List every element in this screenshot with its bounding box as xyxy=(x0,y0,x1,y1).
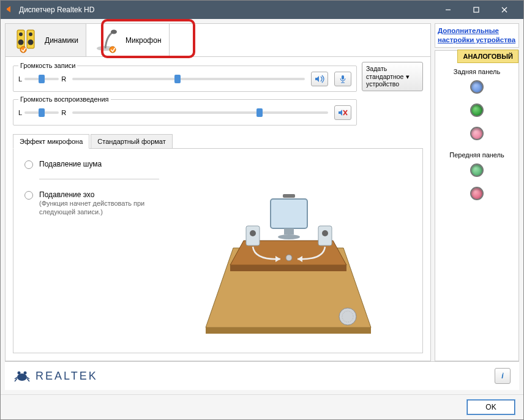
svg-point-36 xyxy=(24,372,27,375)
noise-suppression-option[interactable]: Подавление шума xyxy=(24,160,159,169)
svg-rect-1 xyxy=(474,7,479,12)
svg-rect-22 xyxy=(284,228,294,234)
sub-tabs: Эффект микрофона Стандартный формат xyxy=(13,134,423,149)
playback-balance-slider[interactable]: L R xyxy=(18,109,66,116)
content-area: Динамики Микрофон xyxy=(1,19,523,394)
info-button[interactable]: i xyxy=(495,368,511,384)
jack-rear-green[interactable] xyxy=(470,103,484,117)
echo-cancellation-option[interactable]: Подавление эхо (Функция начнет действова… xyxy=(24,190,159,216)
close-button[interactable] xyxy=(490,1,518,19)
svg-point-6 xyxy=(18,39,24,45)
tab-speakers-label: Динамики xyxy=(45,36,78,45)
jack-front-green[interactable] xyxy=(470,163,484,177)
svg-rect-14 xyxy=(342,75,344,80)
tab-microphone[interactable]: Микрофон xyxy=(86,24,169,56)
app-window: Диспетчер Realtek HD xyxy=(0,0,524,420)
svg-point-5 xyxy=(19,32,23,36)
jack-rear-pink[interactable] xyxy=(470,127,484,140)
app-icon xyxy=(6,5,15,15)
front-panel-label: Передняя панель xyxy=(439,151,515,159)
effects-panel: Подавление шума Подавление эхо (Функция … xyxy=(13,149,423,353)
recording-balance-slider[interactable]: L R xyxy=(18,75,66,83)
realtek-logo: REALTEK xyxy=(13,369,98,383)
connector-panel: АНАЛОГОВЫЙ Задняя панель Передняя панель xyxy=(435,50,519,361)
svg-point-26 xyxy=(250,230,256,236)
advanced-settings-box: Дополнительные настройки устройства xyxy=(435,23,519,48)
radio-icon xyxy=(24,191,33,200)
room-illustration xyxy=(165,160,411,342)
device-tabs: Динамики Микрофон xyxy=(6,24,430,57)
sidebar: Дополнительные настройки устройства АНАЛ… xyxy=(435,23,519,361)
separator xyxy=(39,179,159,179)
svg-point-9 xyxy=(28,39,34,45)
playback-volume-slider[interactable] xyxy=(72,111,328,114)
advanced-settings-link[interactable]: Дополнительные настройки устройства xyxy=(438,26,516,45)
tab-default-format[interactable]: Стандартный формат xyxy=(91,134,172,148)
set-default-device-button[interactable]: Задать стандартное устройство ▾ xyxy=(362,62,423,91)
minimize-button[interactable] xyxy=(434,1,462,19)
jack-front-pink[interactable] xyxy=(470,187,484,200)
svg-point-23 xyxy=(278,234,300,239)
svg-point-35 xyxy=(18,372,21,375)
realtek-logo-text: REALTEK xyxy=(36,370,98,383)
playback-volume-group: Громкость воспроизведения L R xyxy=(13,96,357,126)
titlebar: Диспетчер Realtek HD xyxy=(1,1,523,19)
playback-mute-button[interactable] xyxy=(334,105,351,120)
svg-point-29 xyxy=(286,255,292,261)
tab-microphone-label: Микрофон xyxy=(125,36,161,45)
rear-panel-label: Задняя панель xyxy=(439,68,515,75)
radio-icon xyxy=(24,160,33,169)
realtek-crab-icon xyxy=(13,369,31,383)
playback-test-button[interactable] xyxy=(311,72,328,86)
recording-volume-slider[interactable] xyxy=(72,78,305,80)
ok-button[interactable]: OK xyxy=(467,400,515,414)
microphone-icon xyxy=(94,26,122,54)
window-title: Диспетчер Realtek HD xyxy=(19,6,434,14)
jack-rear-blue[interactable] xyxy=(470,80,484,94)
playback-volume-label: Громкость воспроизведения xyxy=(18,96,111,103)
mic-mute-button[interactable] xyxy=(334,72,351,86)
svg-marker-18 xyxy=(206,328,371,334)
svg-point-34 xyxy=(17,373,27,381)
svg-marker-20 xyxy=(230,265,346,271)
svg-point-12 xyxy=(111,29,117,34)
maximize-button[interactable] xyxy=(462,1,490,19)
echo-cancellation-sublabel: (Функция начнет действовать при следующе… xyxy=(39,200,144,216)
footer: REALTEK i xyxy=(5,361,519,390)
noise-suppression-label: Подавление шума xyxy=(39,160,102,168)
tab-speakers[interactable]: Динамики xyxy=(6,24,86,56)
svg-point-8 xyxy=(29,32,32,36)
recording-volume-label: Громкость записи xyxy=(18,62,77,69)
speakers-icon xyxy=(13,26,41,54)
echo-cancellation-label: Подавление эхо xyxy=(39,190,159,199)
svg-rect-21 xyxy=(271,199,307,228)
svg-point-32 xyxy=(339,308,356,325)
recording-volume-group: Громкость записи L R xyxy=(13,62,357,92)
analog-tab[interactable]: АНАЛОГОВЫЙ xyxy=(457,50,518,63)
columns: Динамики Микрофон xyxy=(5,23,519,361)
svg-point-28 xyxy=(322,230,328,236)
dialog-buttons: OK xyxy=(1,394,523,419)
svg-rect-24 xyxy=(283,194,295,198)
main-panel: Динамики Микрофон xyxy=(5,23,431,361)
tab-mic-effect[interactable]: Эффект микрофона xyxy=(13,134,89,149)
chevron-down-icon: ▾ xyxy=(406,73,410,81)
sliders-area: Громкость записи L R xyxy=(6,57,430,134)
